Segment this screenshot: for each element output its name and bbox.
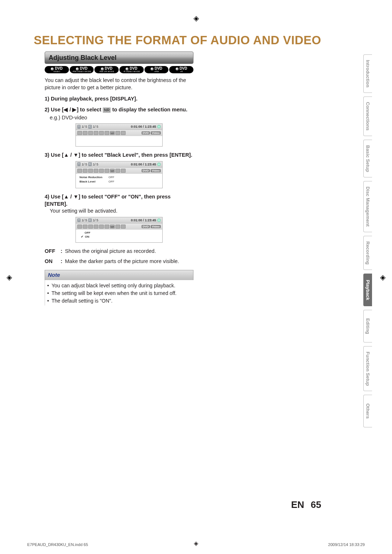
osd-icon bbox=[99, 225, 104, 229]
step-text-post: ] to select "Black Level", then press [E… bbox=[78, 152, 192, 158]
intro-paragraph: You can adjust the black level to contro… bbox=[45, 77, 193, 91]
step-number: 2) bbox=[45, 107, 49, 112]
disc-badge-sub: +R bbox=[171, 70, 192, 73]
osd-icon bbox=[121, 131, 126, 135]
osd-icon bbox=[105, 169, 109, 173]
note-item: You can adjust black level setting only … bbox=[47, 282, 193, 289]
disc-badge: DVD-R VIDEO MODE bbox=[119, 66, 144, 73]
registration-mark-left: ◈ bbox=[7, 273, 12, 282]
registration-mark-top: ◈ bbox=[193, 14, 199, 22]
osd-body bbox=[76, 136, 162, 146]
osd-icon bbox=[83, 225, 87, 229]
note-item: The default setting is "ON". bbox=[47, 297, 193, 304]
disc-badge: DVD-RW VIDEO MODE bbox=[70, 66, 94, 73]
page-lang: EN bbox=[291, 499, 304, 510]
nr-chip-icon: NR bbox=[103, 107, 111, 113]
osd-icon-row: NR DVD Video bbox=[76, 168, 162, 174]
osd-icon bbox=[83, 169, 87, 173]
step-number: 1) bbox=[45, 96, 49, 102]
disc-type-label: DVD Video bbox=[142, 224, 161, 229]
osd-info-bar: T 1/ 5 C 1/ 5 0:01:00 / 1:23:45 bbox=[76, 161, 162, 168]
disc-label-a: DVD bbox=[142, 225, 150, 228]
chapter-value: 1/ 5 bbox=[93, 162, 98, 167]
disc-badge: DVD+R bbox=[169, 66, 193, 73]
tab-function-setup[interactable]: Function Setup bbox=[363, 346, 372, 391]
title-chip: T bbox=[77, 218, 81, 222]
tab-editing[interactable]: Editing bbox=[363, 310, 372, 342]
step-4: 4) Use [▲ / ▼] to select "OFF" or "ON", … bbox=[45, 193, 193, 208]
tab-connections[interactable]: Connections bbox=[363, 97, 372, 136]
osd-body: OFF ON bbox=[76, 230, 162, 243]
note-heading: Note bbox=[45, 270, 193, 280]
disc-badge-main: DVD bbox=[130, 66, 137, 70]
definition-key: OFF bbox=[45, 248, 61, 255]
play-status-icon bbox=[157, 163, 161, 166]
disc-label-b: Video bbox=[151, 131, 161, 135]
page-title: SELECTING THE FORMAT OF AUDIO AND VIDEO bbox=[20, 33, 372, 47]
osd-screenshot-2: T 1/ 5 C 1/ 5 0:01:00 / 1:23:45 NR bbox=[45, 161, 193, 189]
menu-value: OFF bbox=[109, 176, 114, 180]
disc-label-a: DVD bbox=[142, 169, 150, 172]
disc-type-label: DVD Video bbox=[142, 168, 161, 173]
disc-badge-main: DVD bbox=[80, 66, 87, 70]
osd-icon bbox=[94, 169, 98, 173]
chapter-chip: C bbox=[88, 162, 92, 166]
disc-badge-main: DVD bbox=[180, 66, 187, 70]
time-counter: 0:01:00 / 1:23:45 bbox=[131, 124, 156, 129]
osd-icon bbox=[99, 131, 104, 135]
step-3: 3) Use [▲ / ▼] to select "Black Level", … bbox=[45, 152, 193, 159]
menu-key: Noise Reduction bbox=[79, 176, 105, 180]
up-down-arrow-icon: ▲ / ▼ bbox=[64, 152, 78, 158]
content-column: Adjusting Black Level DVDVIDEO DVD-RW VI… bbox=[45, 52, 193, 305]
definition-value: Shows the original picture as recorded. bbox=[65, 248, 193, 255]
disc-badge-main: DVD bbox=[105, 66, 113, 70]
osd-info-bar: T 1/ 5 C 1/ 5 0:01:00 / 1:23:45 bbox=[76, 124, 162, 130]
osd-icon bbox=[121, 169, 126, 173]
up-down-arrow-icon: ▲ / ▼ bbox=[64, 194, 78, 200]
option-off: OFF bbox=[79, 231, 160, 235]
disc-label-a: DVD bbox=[142, 131, 150, 135]
osd-icon bbox=[94, 225, 98, 229]
osd-icon bbox=[115, 225, 120, 229]
tab-disc-management[interactable]: Disc Management bbox=[363, 181, 372, 232]
tab-basic-setup[interactable]: Basic Setup bbox=[363, 140, 372, 177]
step-2: 2) Use [◀ / ▶] to select NR to display t… bbox=[45, 106, 193, 114]
colon: : bbox=[61, 258, 65, 265]
step-text: During playback, press [DISPLAY]. bbox=[51, 96, 138, 102]
osd-panel: T 1/ 5 C 1/ 5 0:01:00 / 1:23:45 NR bbox=[75, 123, 163, 147]
play-status-icon bbox=[157, 218, 161, 222]
step-text-pre: Use [ bbox=[51, 194, 64, 200]
disc-badge-sub: +RW bbox=[146, 70, 167, 73]
osd-screenshot-1: T 1/ 5 C 1/ 5 0:01:00 / 1:23:45 NR bbox=[45, 123, 193, 147]
section-heading: Adjusting Black Level bbox=[45, 52, 193, 64]
page-frame: SELECTING THE FORMAT OF AUDIO AND VIDEO … bbox=[20, 22, 372, 532]
title-value: 1/ 5 bbox=[82, 124, 87, 129]
step-text-pre: Use [ bbox=[51, 152, 64, 158]
osd-icon bbox=[121, 225, 126, 229]
osd-icon bbox=[77, 225, 82, 229]
disc-type-badges: DVDVIDEO DVD-RW VIDEO MODE DVD-RW VR MOD… bbox=[45, 66, 193, 73]
tab-others[interactable]: Others bbox=[363, 395, 372, 427]
definition-off: OFF : Shows the original picture as reco… bbox=[45, 248, 193, 255]
tab-playback[interactable]: Playback bbox=[363, 274, 372, 306]
step-text-post: to display the selection menu. bbox=[111, 107, 187, 112]
osd-icon bbox=[94, 131, 98, 135]
osd-screenshot-3: T 1/ 5 C 1/ 5 0:01:00 / 1:23:45 NR bbox=[45, 217, 193, 243]
osd-icon bbox=[115, 131, 120, 135]
osd-icon bbox=[83, 131, 87, 135]
footer-filename: E7PEAUD_DR430KU_EN.indd 65 bbox=[27, 542, 88, 547]
title-chip: T bbox=[77, 162, 81, 166]
section-tabs: Introduction Connections Basic Setup Dis… bbox=[363, 54, 372, 427]
disc-label-b: Video bbox=[151, 225, 161, 228]
osd-icon bbox=[77, 169, 82, 173]
chapter-chip: C bbox=[88, 125, 92, 129]
osd-icon bbox=[115, 169, 120, 173]
disc-badge-sub: -RW VR MODE bbox=[96, 70, 117, 73]
menu-key: Black Level bbox=[79, 180, 105, 184]
osd-body: Noise ReductionOFF Black LevelOFF bbox=[76, 174, 162, 188]
tab-recording[interactable]: Recording bbox=[363, 236, 372, 270]
disc-badge-sub: VIDEO bbox=[46, 70, 68, 73]
menu-row: Black LevelOFF bbox=[79, 180, 160, 184]
time-counter: 0:01:00 / 1:23:45 bbox=[131, 218, 156, 222]
tab-introduction[interactable]: Introduction bbox=[363, 54, 372, 93]
